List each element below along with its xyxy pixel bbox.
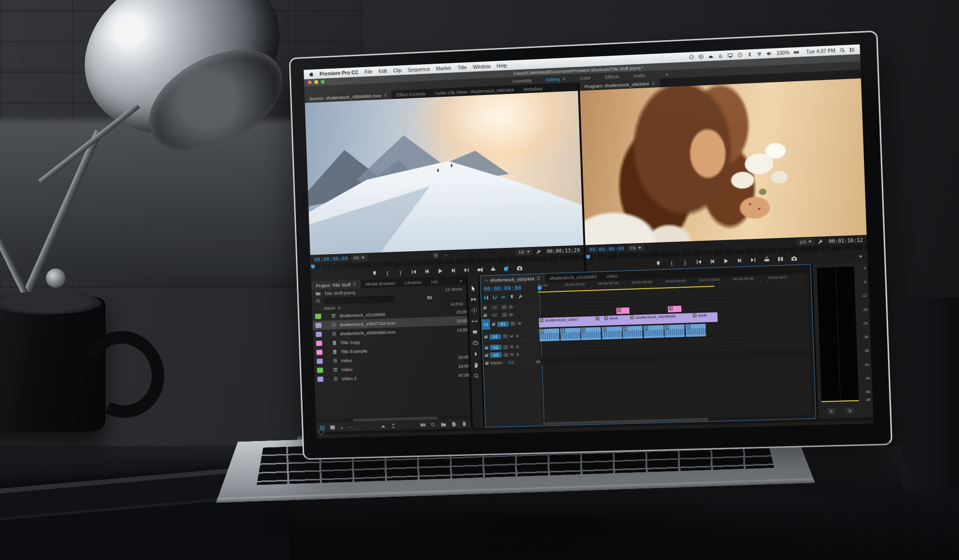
- source-patch-icon[interactable]: [502, 312, 507, 317]
- icon-view-button[interactable]: [330, 424, 336, 430]
- selection-tool[interactable]: [470, 285, 476, 292]
- apple-icon[interactable]: [308, 71, 314, 77]
- audio-clip[interactable]: fx: [581, 327, 601, 340]
- item-name[interactable]: Video 2: [341, 375, 357, 381]
- app-menu-title[interactable]: Premiere Pro CC: [319, 69, 358, 77]
- workspace-tab-assembly[interactable]: Assembly: [512, 78, 532, 84]
- audio-clip[interactable]: fx: [664, 325, 685, 338]
- creative-cloud-icon[interactable]: [699, 54, 704, 59]
- go-to-in-button[interactable]: [410, 268, 417, 275]
- menu-clip[interactable]: Clip: [393, 67, 402, 73]
- panel-menu-icon[interactable]: ☰: [537, 276, 540, 280]
- checkmark-menu-icon[interactable]: [689, 54, 694, 60]
- bell-icon[interactable]: [718, 53, 724, 58]
- program-zoom-select[interactable]: Fit: [628, 245, 644, 252]
- play-button[interactable]: [436, 268, 443, 274]
- item-name[interactable]: shutterstock_v5594660.mov: [340, 329, 396, 337]
- extract-button[interactable]: [777, 256, 784, 263]
- hand-tool[interactable]: [473, 362, 479, 368]
- go-to-out-button[interactable]: [463, 267, 470, 273]
- title-clip[interactable]: fx: [616, 307, 629, 314]
- new-bin-button[interactable]: [441, 421, 446, 427]
- program-resolution-select[interactable]: 1/4: [796, 238, 815, 245]
- solo-button[interactable]: S: [516, 352, 520, 356]
- go-to-out-button[interactable]: [749, 257, 757, 264]
- lock-icon[interactable]: [485, 361, 489, 365]
- linked-selection-icon[interactable]: [501, 295, 506, 301]
- menu-title[interactable]: Title: [457, 64, 467, 70]
- add-marker-button[interactable]: [371, 270, 378, 277]
- settings-wrench-icon[interactable]: [818, 239, 824, 245]
- video-clip[interactable]: fxshutterstock_v6208448: [629, 313, 693, 325]
- panel-overflow-icon[interactable]: »: [456, 276, 466, 285]
- mute-button[interactable]: M: [510, 345, 514, 349]
- menu-file[interactable]: File: [364, 69, 373, 75]
- label-chip[interactable]: [315, 314, 321, 319]
- item-name[interactable]: Video: [341, 367, 352, 373]
- safe-margins-icon[interactable]: [433, 253, 439, 258]
- track-a3-badge[interactable]: A3: [490, 352, 502, 358]
- zoom-tool[interactable]: [473, 373, 480, 379]
- tab-sequence-3[interactable]: Video: [601, 271, 623, 280]
- track-v1-badge[interactable]: V1: [497, 321, 509, 327]
- lock-icon[interactable]: [485, 353, 488, 357]
- lock-icon[interactable]: [484, 335, 488, 339]
- airplay-icon[interactable]: [728, 52, 734, 58]
- delete-button[interactable]: [461, 420, 467, 426]
- panel-menu-icon[interactable]: ☰: [651, 81, 655, 85]
- track-output-eye-icon[interactable]: [508, 304, 513, 309]
- source-patch-icon[interactable]: [510, 321, 515, 326]
- export-frame-button[interactable]: [790, 255, 797, 262]
- zoom-out-icon[interactable]: [339, 424, 345, 430]
- workspace-tab-effects[interactable]: Effects: [605, 74, 619, 80]
- zoom-in-icon[interactable]: [381, 423, 386, 429]
- timeline-lanes[interactable]: :00:00 00:00:15:00 00:00:30:00 00:00:45:…: [538, 273, 812, 425]
- menubar-clock[interactable]: Tue 4:37 PM: [806, 47, 835, 55]
- master-track-label[interactable]: Master: [491, 360, 503, 365]
- source-patch-icon[interactable]: [503, 345, 508, 350]
- timeline-settings-icon[interactable]: [518, 294, 523, 300]
- settings-wrench-icon[interactable]: [536, 249, 541, 254]
- source-zoom-select[interactable]: Fit: [351, 254, 367, 261]
- thumbnail-size-slider[interactable]: [349, 423, 376, 430]
- video-clip[interactable]: fxshutterstock_v3647: [539, 316, 596, 327]
- bluetooth-icon[interactable]: [747, 51, 753, 57]
- play-button[interactable]: [722, 257, 729, 265]
- workspace-menu-icon[interactable]: ☰: [562, 77, 565, 81]
- label-chip[interactable]: [316, 359, 323, 364]
- item-name[interactable]: Title Copy: [340, 339, 361, 345]
- label-chip[interactable]: [316, 350, 323, 355]
- insert-button[interactable]: [476, 266, 483, 273]
- source-video-frame[interactable]: [305, 91, 584, 255]
- audio-clip[interactable]: fx: [622, 326, 643, 338]
- mark-out-button[interactable]: }: [681, 259, 689, 266]
- item-name[interactable]: shutterstock_v2126660: [339, 312, 386, 318]
- source-patch-icon[interactable]: [503, 352, 508, 357]
- workspace-tab-color[interactable]: Color: [580, 75, 591, 81]
- workspace-tab-audio[interactable]: Audio: [633, 72, 645, 78]
- snap-icon[interactable]: [492, 295, 497, 301]
- solo-button[interactable]: S: [515, 344, 519, 349]
- track-header-master[interactable]: Master 0.0 ⋈: [483, 357, 542, 367]
- track-select-tool[interactable]: [470, 296, 477, 303]
- notification-center-icon[interactable]: [850, 47, 855, 53]
- source-timecode[interactable]: 00;00;00;00: [314, 256, 348, 262]
- panel-menu-icon[interactable]: ☰: [353, 282, 356, 286]
- step-back-button[interactable]: [709, 258, 716, 265]
- automate-to-sequence-button[interactable]: [420, 422, 426, 428]
- lift-button[interactable]: [763, 256, 770, 263]
- lock-icon[interactable]: [485, 346, 488, 350]
- go-to-in-button[interactable]: [695, 258, 702, 266]
- new-item-button[interactable]: [451, 421, 456, 427]
- track-v3-badge[interactable]: V3: [489, 304, 500, 310]
- workspace-overflow-icon[interactable]: »: [666, 71, 668, 77]
- track-a1-badge[interactable]: A1: [490, 334, 501, 339]
- source-playhead[interactable]: [311, 265, 315, 269]
- bowtie-icon[interactable]: ⋈: [536, 359, 540, 364]
- mark-in-button[interactable]: {: [668, 259, 675, 267]
- lock-icon[interactable]: [483, 313, 487, 317]
- camera-button[interactable]: [516, 265, 523, 271]
- export-frame-button[interactable]: [503, 265, 509, 272]
- volume-icon[interactable]: [767, 51, 772, 57]
- step-forward-button[interactable]: [450, 267, 456, 274]
